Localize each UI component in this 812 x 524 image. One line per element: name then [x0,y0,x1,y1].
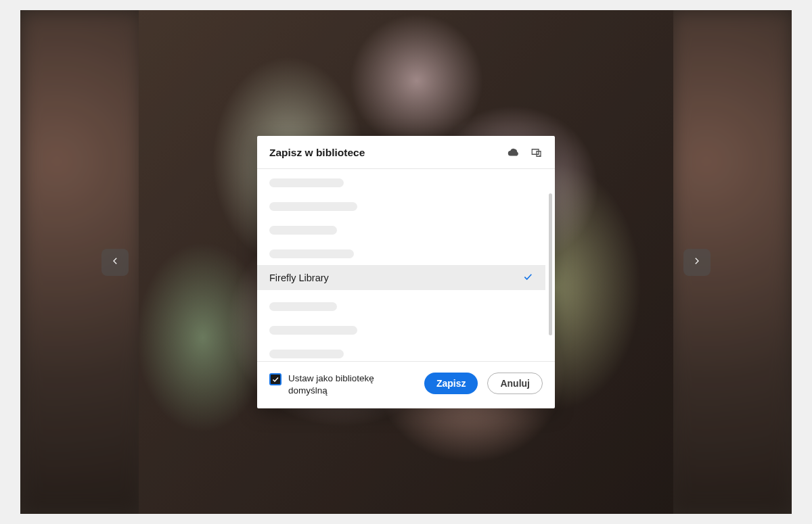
dialog-footer: Ustaw jako bibliotekę domyślną Zapisz An… [257,361,555,408]
library-item-label: Firefly Library [269,272,522,283]
save-to-library-dialog: Zapisz w bibliotece Firefly Library [257,136,555,408]
scrollbar-thumb[interactable] [549,193,552,335]
library-skeleton-row [269,350,344,358]
library-skeleton-row [269,178,344,187]
default-library-option[interactable]: Ustaw jako bibliotekę domyślną [269,373,415,396]
dialog-header: Zapisz w bibliotece [257,136,555,169]
library-skeleton-row [269,302,337,311]
image-viewer-stage: Zapisz w bibliotece Firefly Library [20,10,792,514]
library-skeleton-row [269,202,357,211]
cancel-button-label: Anuluj [500,378,530,389]
library-skeleton-row [269,249,354,258]
default-library-checkbox-label: Ustaw jako bibliotekę domyślną [288,373,397,396]
dialog-title: Zapisz w bibliotece [269,147,497,159]
chevron-left-icon [110,256,120,268]
library-item-firefly[interactable]: Firefly Library [257,265,545,290]
checkmark-icon [522,271,533,284]
cloud-icon[interactable] [508,147,520,159]
previous-image-button[interactable] [102,249,129,276]
save-button[interactable]: Zapisz [424,373,478,394]
library-skeleton-row [269,326,357,335]
chevron-right-icon [692,256,702,268]
next-image-button[interactable] [683,249,710,276]
devices-icon[interactable] [531,147,543,159]
svg-point-0 [539,155,541,156]
library-list[interactable]: Firefly Library [257,169,555,361]
cancel-button[interactable]: Anuluj [487,373,543,394]
save-button-label: Zapisz [436,378,466,389]
default-library-checkbox[interactable] [269,373,281,385]
library-skeleton-row [269,226,337,235]
